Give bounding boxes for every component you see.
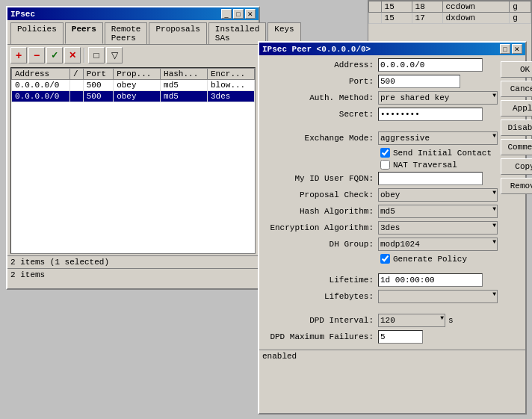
ipsec-minimize-button[interactable]: _: [221, 9, 232, 19]
tab-policies[interactable]: Policies: [10, 22, 64, 44]
remove-button[interactable]: Remove: [501, 178, 532, 194]
spacer3: [262, 306, 498, 314]
proposal-check-label: Proposal Check:: [262, 190, 378, 199]
peers-table: Address / Port Prop... Hash... Encr... 0…: [11, 68, 255, 102]
exchange-mode-select-wrapper: aggressive main base: [378, 131, 498, 145]
tab-peers[interactable]: Peers: [65, 22, 103, 44]
dpd-interval-select[interactable]: 120: [378, 314, 445, 327]
ok-button[interactable]: OK: [501, 61, 532, 78]
bg-col-18: 18: [412, 1, 442, 13]
bg-col-15: 15: [381, 1, 412, 13]
address-field[interactable]: [378, 58, 483, 72]
bg-col-g: g: [510, 1, 531, 13]
ipsec-bottom-status-text: 2 items: [10, 270, 45, 279]
cancel-button[interactable]: Cancel: [501, 81, 532, 97]
comment-button[interactable]: Comment: [501, 139, 532, 155]
ipsec-tabs: Policies Peers Remote Peers Proposals In…: [7, 20, 259, 45]
auth-method-label: Auth. Method:: [262, 93, 378, 102]
filter-button[interactable]: ▽: [106, 47, 123, 63]
generate-policy-checkbox[interactable]: [380, 254, 390, 264]
exchange-mode-select[interactable]: aggressive main base: [378, 131, 498, 145]
table-row[interactable]: 0.0.0.0/0 500 obey md5 3des: [12, 91, 255, 102]
col-hash: Hash...: [161, 69, 208, 80]
cell-prop: obey: [114, 80, 161, 91]
my-id-fqdn-field[interactable]: [378, 172, 483, 185]
lifetime-field[interactable]: [378, 273, 483, 287]
bg-cell: [369, 13, 382, 24]
tab-proposals[interactable]: Proposals: [149, 22, 206, 44]
disable-button[interactable]: Disable: [501, 120, 532, 136]
generate-policy-row: Generate Policy: [380, 254, 498, 264]
apply-button[interactable]: Apply: [501, 100, 532, 117]
spacer2: [262, 266, 498, 273]
generate-policy-label: Generate Policy: [393, 255, 467, 264]
enable-button[interactable]: ✓: [46, 47, 63, 63]
lifebytes-select[interactable]: [378, 290, 498, 303]
dpd-interval-select-wrapper: 120: [378, 314, 445, 327]
proposal-check-select[interactable]: obey claim strict exact: [378, 188, 498, 202]
hash-algorithm-row: Hash Algorithm: md5 sha1 sha256: [262, 205, 498, 218]
cell-encr: blow...: [208, 80, 255, 91]
encryption-algorithm-select-wrapper: 3des aes-128 aes-256 des: [378, 221, 498, 235]
ipsec-titlebar-buttons: _ □ ✕: [221, 9, 256, 19]
ipsec-close-button[interactable]: ✕: [245, 9, 256, 19]
ipsec-titlebar: IPsec _ □ ✕: [7, 7, 259, 20]
lifetime-row: Lifetime:: [262, 273, 498, 287]
peer-dialog-titlebar-buttons: □ ✕: [500, 44, 522, 54]
send-initial-contact-row: Send Initial Contact: [380, 148, 498, 158]
disable-toolbar-button[interactable]: ✕: [64, 47, 81, 63]
encryption-algorithm-row: Encryption Algorithm: 3des aes-128 aes-2…: [262, 221, 498, 235]
dpd-max-failures-label: DPD Maximum Failures:: [262, 332, 378, 341]
tab-remote-peers[interactable]: Remote Peers: [105, 22, 148, 44]
peers-table-area[interactable]: Address / Port Prop... Hash... Encr... 0…: [10, 67, 256, 254]
encryption-algorithm-label: Encryption Algorithm:: [262, 223, 378, 232]
dpd-max-failures-field[interactable]: [378, 330, 423, 344]
table-header-row: Address / Port Prop... Hash... Encr...: [12, 69, 255, 80]
remove-toolbar-button[interactable]: −: [28, 47, 45, 63]
col-address: Address: [12, 69, 70, 80]
dh-group-select-wrapper: modp1024 modp768 modp1536 modp2048: [378, 238, 498, 251]
exchange-mode-label: Exchange Mode:: [262, 134, 378, 143]
secret-row: Secret:: [262, 108, 498, 121]
exchange-mode-row: Exchange Mode: aggressive main base: [262, 131, 498, 145]
send-initial-contact-checkbox[interactable]: [380, 148, 390, 158]
nat-traversal-row: NAT Traversal: [380, 160, 498, 170]
ipsec-window: IPsec _ □ ✕ Policies Peers Remote Peers …: [6, 6, 260, 290]
copy-button[interactable]: Copy: [501, 158, 532, 175]
lifebytes-select-wrapper: [378, 290, 498, 303]
dpd-interval-row: DPD Interval: 120 s: [262, 314, 498, 327]
ipsec-maximize-button[interactable]: □: [233, 9, 244, 19]
bg-col-empty: [369, 1, 382, 13]
ipsec-title: IPsec: [10, 10, 35, 19]
cell-encr: 3des: [208, 91, 255, 102]
secret-field[interactable]: [378, 108, 483, 121]
dialog-layout: Address: Port: Auth. Method: pre shared …: [259, 55, 525, 350]
auth-method-select-wrapper: pre shared key rsa signature certificate: [378, 91, 498, 105]
peer-dialog-close-button[interactable]: ✕: [512, 44, 522, 54]
cell-slash: [69, 91, 83, 102]
dpd-interval-unit: s: [448, 316, 454, 325]
cell-hash: md5: [161, 80, 208, 91]
auth-method-select[interactable]: pre shared key rsa signature certificate: [378, 91, 498, 105]
hash-algorithm-label: Hash Algorithm:: [262, 207, 378, 216]
nat-traversal-checkbox[interactable]: [380, 160, 390, 170]
background-table: 15 18 ccdown g 15 17 dxdown g: [368, 1, 531, 24]
auth-method-row: Auth. Method: pre shared key rsa signatu…: [262, 91, 498, 105]
cell-port: 500: [83, 91, 113, 102]
hash-algorithm-select-wrapper: md5 sha1 sha256: [378, 205, 498, 218]
bg-cell: 15: [381, 13, 412, 24]
ipsec-toolbar: + − ✓ ✕ □ ▽: [7, 45, 259, 66]
port-label: Port:: [262, 77, 378, 86]
dh-group-select[interactable]: modp1024 modp768 modp1536 modp2048: [378, 238, 498, 251]
bg-cell: 17: [412, 13, 442, 24]
bg-col-ccdown: ccdown: [442, 1, 510, 13]
bg-cell: dxdown: [442, 13, 510, 24]
copy-toolbar-button[interactable]: □: [88, 47, 105, 63]
address-row: Address:: [262, 58, 498, 72]
port-field[interactable]: [378, 75, 460, 88]
add-button[interactable]: +: [10, 47, 27, 63]
hash-algorithm-select[interactable]: md5 sha1 sha256: [378, 205, 498, 218]
table-row[interactable]: 0.0.0.0/0 500 obey md5 blow...: [12, 80, 255, 91]
peer-dialog-maximize-button[interactable]: □: [500, 44, 510, 54]
encryption-algorithm-select[interactable]: 3des aes-128 aes-256 des: [378, 221, 498, 235]
